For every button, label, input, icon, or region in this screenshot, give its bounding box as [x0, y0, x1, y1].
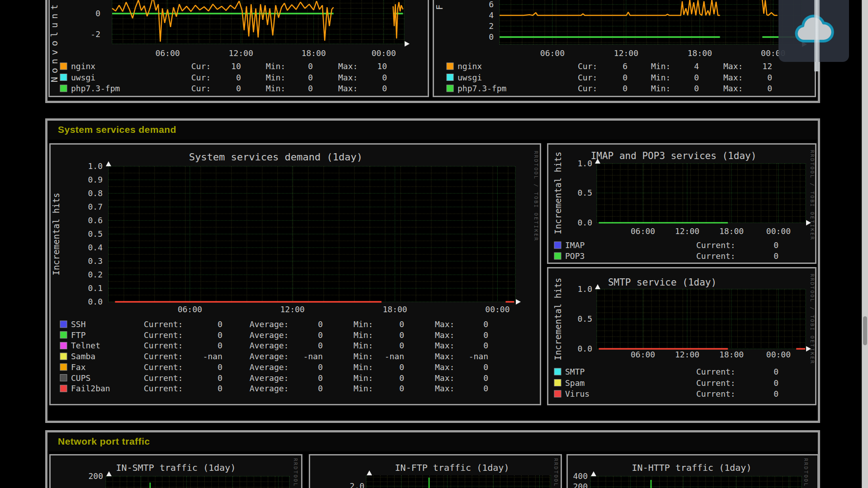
- scrollbar-thumb[interactable]: [863, 316, 867, 345]
- cloud-overlay[interactable]: [778, 0, 849, 62]
- in-ftp-traffic-graph-panel[interactable]: [309, 454, 562, 488]
- top-left-graph-panel[interactable]: [48, 0, 429, 97]
- section-header-system-services: System services demand: [47, 121, 818, 140]
- overlay-scrollbar-strip: [814, 0, 820, 71]
- system-services-section: System services demand: [45, 118, 820, 423]
- section-header-network-traffic: Network port traffic: [47, 432, 818, 451]
- smtp-graph-panel[interactable]: [547, 267, 816, 405]
- imap-pop3-graph-panel[interactable]: [547, 143, 816, 264]
- cloud-icon: [790, 13, 837, 46]
- in-smtp-traffic-graph-panel[interactable]: [49, 454, 302, 488]
- top-right-graph-panel[interactable]: [433, 0, 816, 97]
- section-header-text: System services demand: [58, 124, 176, 135]
- network-port-traffic-section: Network port traffic: [45, 430, 820, 488]
- page-scrollbar[interactable]: [862, 0, 868, 488]
- top-section: [45, 0, 820, 103]
- section-header-text: Network port traffic: [58, 436, 150, 447]
- in-http-traffic-graph-panel[interactable]: [566, 454, 819, 488]
- system-services-demand-graph-panel[interactable]: [49, 143, 541, 405]
